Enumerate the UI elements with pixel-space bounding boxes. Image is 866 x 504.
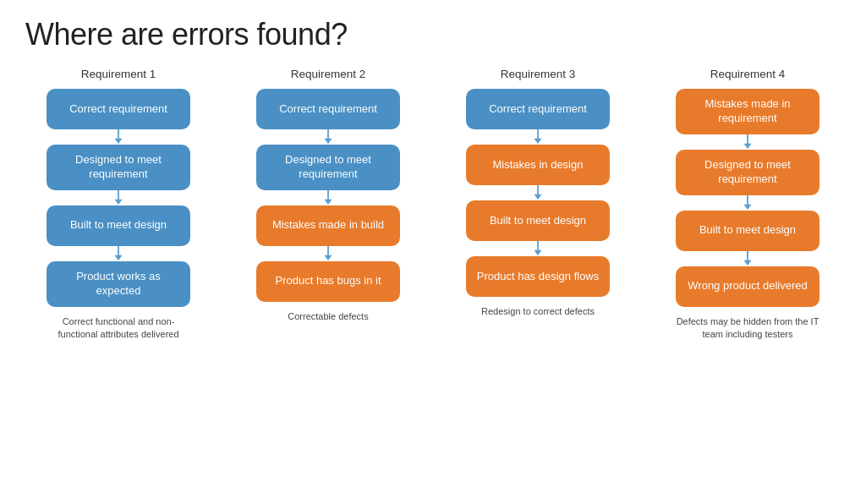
- box-req3-2: Built to meet design: [466, 200, 610, 241]
- box-req1-1: Designed to meet requirement: [47, 145, 190, 190]
- svg-marker-17: [534, 250, 542, 255]
- col-title-req4: Requirement 4: [710, 68, 786, 80]
- box-req3-0: Correct requirement: [466, 89, 610, 129]
- column-req3: Requirement 3Correct requirement Mistake…: [445, 68, 631, 318]
- arrow-req4-1: [742, 134, 754, 150]
- footnote-req3: Redesign to correct defects: [481, 305, 595, 318]
- arrow-req1-1: [112, 129, 124, 145]
- svg-marker-9: [325, 200, 332, 205]
- arrow-req2-1: [322, 129, 334, 145]
- footnote-req2: Correctable defects: [288, 310, 368, 323]
- col-title-req1: Requirement 1: [81, 68, 156, 80]
- svg-marker-15: [534, 194, 542, 200]
- svg-marker-21: [744, 204, 752, 209]
- svg-marker-7: [325, 139, 332, 144]
- column-req4: Requirement 4Mistakes made in requiremen…: [655, 68, 841, 341]
- box-req1-0: Correct requirement: [47, 89, 190, 129]
- box-req2-3: Product has bugs in it: [256, 261, 400, 302]
- box-req3-1: Mistakes in design: [466, 145, 610, 185]
- arrow-req2-2: [322, 190, 334, 205]
- svg-marker-13: [534, 139, 542, 144]
- svg-marker-5: [115, 255, 123, 260]
- arrow-req3-1: [532, 129, 544, 145]
- arrow-req2-3: [322, 246, 334, 261]
- svg-marker-1: [115, 139, 123, 144]
- svg-marker-3: [115, 200, 123, 205]
- col-title-req2: Requirement 2: [291, 68, 366, 80]
- arrow-req4-2: [742, 195, 754, 211]
- column-req1: Requirement 1Correct requirement Designe…: [25, 68, 211, 341]
- svg-marker-11: [325, 255, 332, 260]
- box-req4-0: Mistakes made in requirement: [676, 89, 819, 134]
- box-req4-1: Designed to meet requirement: [676, 150, 819, 195]
- columns-container: Requirement 1Correct requirement Designe…: [25, 68, 841, 341]
- box-req1-3: Product works as expected: [47, 261, 190, 307]
- svg-marker-23: [744, 260, 752, 265]
- col-title-req3: Requirement 3: [501, 68, 576, 80]
- box-req4-2: Built to meet design: [676, 211, 819, 251]
- box-req2-1: Designed to meet requirement: [256, 145, 400, 190]
- box-req3-3: Product has design flows: [466, 256, 610, 297]
- box-req2-0: Correct requirement: [256, 89, 400, 129]
- footnote-req4: Defects may be hidden from the IT team i…: [676, 315, 819, 342]
- arrow-req3-2: [532, 185, 544, 200]
- arrow-req4-3: [742, 251, 754, 266]
- footnote-req1: Correct functional and non-functional at…: [47, 315, 190, 342]
- arrow-req3-3: [532, 241, 544, 256]
- column-req2: Requirement 2Correct requirement Designe…: [235, 68, 421, 323]
- box-req1-2: Built to meet design: [47, 205, 190, 246]
- page-title: Where are errors found?: [25, 17, 841, 52]
- page: Where are errors found? Requirement 1Cor…: [0, 0, 866, 504]
- arrow-req1-2: [112, 190, 124, 205]
- box-req4-3: Wrong product delivered: [676, 266, 819, 307]
- box-req2-2: Mistakes made in build: [256, 205, 400, 246]
- svg-marker-19: [744, 144, 752, 149]
- arrow-req1-3: [112, 246, 124, 261]
